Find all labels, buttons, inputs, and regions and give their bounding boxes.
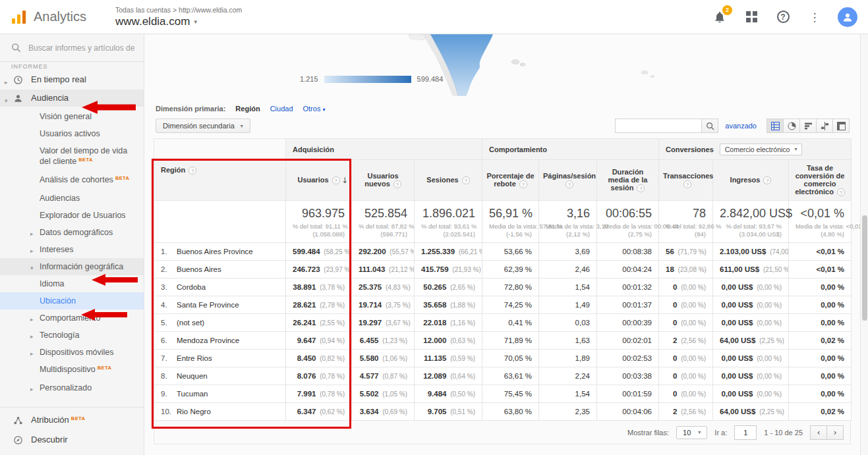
cell-conv_rate: 0,00 %	[789, 314, 852, 332]
sidebar-item-vision-general[interactable]: Visión general	[0, 108, 144, 125]
rows-per-page-select[interactable]: 10 ▾	[676, 426, 707, 439]
region-cell: 5.(not set)	[154, 314, 286, 332]
table-view-button[interactable]	[767, 119, 784, 133]
sidebar-item-intereses[interactable]: ▸Intereses	[0, 241, 144, 258]
chevron-right-icon[interactable]: ▸	[5, 77, 8, 88]
sidebar-item-en-tiempo-real[interactable]: ▸En tiempo real	[0, 71, 144, 88]
column-header-new_users[interactable]: Usuarios nuevos?	[352, 160, 415, 201]
notifications-button[interactable]: 2	[711, 9, 728, 26]
chevron-right-icon[interactable]: ▸	[30, 348, 34, 359]
cell-duration: 00:01:32	[597, 279, 659, 296]
analytics-logo-icon[interactable]	[11, 9, 28, 25]
column-header-pages[interactable]: Páginas/sesión?	[539, 160, 597, 201]
sidebar-item-tecnologia[interactable]: ▸Tecnología	[0, 327, 144, 344]
chevron-down-icon: ▾	[698, 429, 701, 435]
sidebar-item-personalizado[interactable]: ▸Personalizado	[0, 379, 144, 396]
sidebar-search[interactable]	[0, 34, 144, 62]
column-header-sessions[interactable]: Sesiones?	[415, 160, 482, 201]
help-icon[interactable]: ?	[565, 180, 573, 188]
account-switcher[interactable]: Todas las cuentas > http://www.eldia.com…	[115, 6, 242, 28]
chevron-down-icon[interactable]: ▾	[30, 263, 34, 273]
region-name[interactable]: Neuquen	[177, 372, 208, 380]
help-icon[interactable]: ?	[332, 176, 340, 184]
help-button[interactable]: ?	[774, 9, 792, 26]
dimension-otros[interactable]: Otros▾	[303, 105, 326, 113]
help-icon[interactable]: ?	[519, 180, 527, 188]
table-search-button[interactable]	[702, 119, 718, 133]
chevron-down-icon[interactable]: ▾	[5, 95, 8, 106]
region-cell: 9.Tucuman	[154, 385, 286, 403]
chevron-down-icon: ▾	[194, 18, 197, 25]
region-name[interactable]: Buenos Aires	[177, 265, 221, 273]
sidebar-item-idioma[interactable]: Idioma	[0, 275, 144, 292]
pivot-view-button[interactable]	[832, 119, 850, 133]
advanced-filter-link[interactable]: avanzado	[725, 122, 757, 130]
sidebar-item-explorador-de-usuarios[interactable]: Explorador de Usuarios	[0, 207, 144, 224]
goto-page-input[interactable]	[734, 425, 757, 440]
comparison-view-button[interactable]	[816, 119, 833, 133]
cell-bounce: 74,25 %	[482, 296, 539, 314]
region-name[interactable]: Entre Rios	[177, 354, 212, 362]
chevron-right-icon[interactable]: ▸	[30, 384, 34, 394]
table-search-input[interactable]	[615, 119, 702, 133]
sidebar-item-atribucion[interactable]: AtribuciónBETA	[0, 407, 144, 430]
ecommerce-type-select[interactable]: Comercio electrónico ▾	[720, 144, 803, 155]
secondary-dimension-button[interactable]: Dimensión secundaria ▾	[156, 119, 250, 133]
cell-pages: 1,63	[539, 332, 597, 350]
region-name[interactable]: Rio Negro	[177, 408, 211, 415]
avatar[interactable]	[838, 7, 857, 27]
performance-view-button[interactable]	[799, 119, 817, 133]
prev-page-button[interactable]: ‹	[810, 425, 827, 440]
sidebar-item-informacion-geografica[interactable]: ▾Información geográfica	[0, 258, 144, 275]
total-users: 963.975% del total: 91,11 %(1.058.089)	[286, 201, 352, 243]
sidebar-item-datos-demograficos[interactable]: ▸Datos demográficos	[0, 224, 144, 241]
region-name[interactable]: Buenos Aires Province	[177, 248, 253, 255]
column-header-bounce[interactable]: Porcentaje de rebote?	[482, 160, 539, 201]
chevron-right-icon[interactable]: ▸	[30, 314, 34, 325]
dimension-ciudad[interactable]: Ciudad	[270, 105, 293, 113]
column-header-conv_rate[interactable]: Tasa de conversión de comercio electróni…	[789, 160, 852, 201]
cell-users: 9.647 (0,94 %)	[286, 332, 352, 350]
column-header-region[interactable]: Región?	[154, 160, 286, 201]
sidebar-item-dispositivos-moviles[interactable]: ▸Dispositivos móviles	[0, 344, 144, 361]
region-name[interactable]: Santa Fe Province	[177, 301, 239, 309]
more-options-button[interactable]: ⋮	[806, 9, 823, 26]
column-header-revenue[interactable]: Ingresos?	[713, 160, 789, 201]
sidebar-item-comportamiento[interactable]: ▸Comportamiento	[0, 309, 144, 327]
sidebar-item-audiencia[interactable]: ▾Audiencia	[0, 90, 144, 107]
percentage-view-button[interactable]	[783, 119, 800, 133]
sidebar-item-ubicacion[interactable]: Ubicación	[0, 292, 144, 309]
column-header-users[interactable]: Usuarios?↓	[286, 160, 352, 201]
chevron-right-icon[interactable]: ▸	[30, 331, 34, 342]
cell-duration: 00:02:01	[597, 332, 659, 350]
conversions-label: Conversiones	[666, 146, 714, 153]
region-name[interactable]: (not set)	[177, 319, 204, 327]
region-name[interactable]: Cordoba	[177, 283, 206, 291]
help-icon[interactable]: ?	[462, 176, 470, 184]
scrollbar-thumb[interactable]	[862, 215, 867, 321]
sidebar-item-valor-del-tiempo-de-vida-del-cliente[interactable]: Valor del tiempo de vida del clienteBETA	[0, 142, 144, 171]
help-icon[interactable]: ?	[188, 167, 196, 174]
sidebar-item-analisis-de-cohortes[interactable]: Análisis de cohortesBETA	[0, 171, 144, 190]
region-name[interactable]: Mendoza Province	[177, 336, 239, 344]
help-icon[interactable]: ?	[637, 184, 645, 192]
column-header-duration[interactable]: Duración media de la sesión?	[597, 160, 659, 201]
sidebar-item-usuarios-activos[interactable]: Usuarios activos	[0, 125, 144, 142]
cell-transactions: 2 (2,56 %)	[659, 332, 713, 350]
region-name[interactable]: Tucuman	[177, 390, 208, 398]
chevron-right-icon[interactable]: ▸	[30, 228, 34, 239]
help-icon[interactable]: ?	[683, 180, 691, 188]
sidebar-item-audiencias[interactable]: Audiencias	[0, 190, 144, 207]
help-icon[interactable]: ?	[393, 180, 401, 188]
beta-badge: BETA	[71, 415, 85, 421]
help-icon[interactable]: ?	[837, 188, 845, 196]
help-icon[interactable]: ?	[763, 176, 771, 184]
next-page-button[interactable]: ›	[826, 425, 844, 440]
column-header-transactions[interactable]: Transacciones?	[659, 160, 713, 201]
apps-grid-button[interactable]	[743, 9, 760, 26]
sidebar-item-descubrir[interactable]: Descubrir	[0, 431, 144, 448]
dimension-region[interactable]: Región	[235, 105, 260, 113]
sidebar-search-input[interactable]	[28, 43, 139, 53]
sidebar-item-multidispositivo[interactable]: MultidispositivoBETA	[0, 361, 144, 379]
chevron-right-icon[interactable]: ▸	[30, 246, 34, 256]
